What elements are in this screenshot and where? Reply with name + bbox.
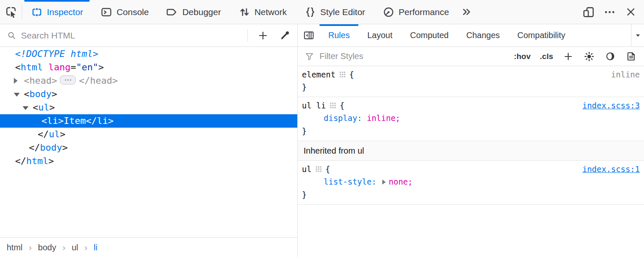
tab-label: Debugger bbox=[182, 7, 221, 17]
rule-selector-line: ul li{index.scss:3 bbox=[298, 99, 644, 112]
breadcrumb-item-body[interactable]: body bbox=[38, 243, 56, 252]
close-button[interactable] bbox=[622, 4, 639, 21]
code-token: </ bbox=[86, 116, 97, 126]
breadcrumb-item-ul[interactable]: ul bbox=[72, 243, 78, 252]
dark-mode-simulation-button[interactable] bbox=[603, 49, 617, 64]
tab-network[interactable]: Network bbox=[232, 0, 294, 24]
markup-node-row[interactable]: <head>⋯</head> bbox=[0, 74, 297, 87]
add-node-icon bbox=[257, 30, 269, 41]
add-rule-button[interactable] bbox=[561, 49, 575, 64]
add-rule-icon bbox=[563, 51, 574, 62]
declaration-property[interactable]: list-style: bbox=[324, 177, 376, 186]
markup-node-row[interactable]: <li>Item</li> bbox=[0, 114, 297, 128]
tab-style-editor[interactable]: Style Editor bbox=[298, 0, 372, 24]
eyedropper-icon bbox=[279, 30, 290, 41]
css-rules-list: element{inline}ul li{index.scss:3display… bbox=[298, 66, 644, 257]
shorthand-expander-icon[interactable] bbox=[382, 180, 386, 185]
close-icon bbox=[625, 6, 636, 18]
expand-twisty-icon[interactable] bbox=[14, 78, 18, 84]
pseudo-class-panel-button[interactable]: :hov bbox=[513, 52, 532, 61]
sidebar-tab-compatibility[interactable]: Compatibility bbox=[509, 24, 574, 46]
code-token: body bbox=[29, 89, 52, 99]
performance-icon bbox=[383, 6, 394, 18]
rule-close-line: } bbox=[298, 188, 644, 201]
breadcrumb-item-li[interactable]: li bbox=[94, 243, 98, 252]
filter-icon bbox=[304, 51, 314, 62]
close-brace: } bbox=[302, 81, 307, 93]
stylesheet-source-link[interactable]: index.scss:3 bbox=[574, 99, 640, 112]
rules-filter-bar: :hov.cls bbox=[298, 47, 644, 66]
markup-node-row[interactable]: <!DOCTYPE html> bbox=[0, 47, 297, 61]
inspector-icon bbox=[31, 6, 43, 18]
sidebar-tab-changes[interactable]: Changes bbox=[457, 24, 508, 46]
responsive-design-button[interactable] bbox=[580, 4, 597, 21]
markup-node-row[interactable]: </html> bbox=[0, 154, 297, 168]
tab-label: Console bbox=[116, 7, 149, 17]
class-panel-button[interactable]: .cls bbox=[538, 52, 554, 61]
css-rule: element{inline} bbox=[298, 66, 644, 97]
code-token: > bbox=[62, 142, 67, 153]
sidebar-tab-computed[interactable]: Computed bbox=[401, 24, 457, 46]
markup-node-row[interactable]: </ul> bbox=[0, 128, 297, 141]
rule-selector[interactable]: element bbox=[302, 68, 335, 81]
css-rule: ul{index.scss:1list-style: none;} bbox=[298, 161, 644, 205]
menu-button[interactable] bbox=[601, 4, 618, 21]
markup-node-row[interactable]: <ul> bbox=[0, 101, 297, 114]
eyedropper-button[interactable] bbox=[274, 27, 296, 44]
tab-performance[interactable]: Performance bbox=[376, 0, 456, 24]
code-token: = bbox=[70, 62, 76, 72]
rules-panel: RulesLayoutComputedChangesCompatibility … bbox=[298, 24, 644, 257]
tab-debugger[interactable]: Debugger bbox=[160, 0, 227, 24]
sidebar-tabs-dropdown-button[interactable] bbox=[631, 24, 644, 46]
sidebar-tab-rules[interactable]: Rules bbox=[319, 24, 358, 46]
css-declaration[interactable]: list-style: none; bbox=[298, 175, 644, 188]
tab-label: Inspector bbox=[47, 7, 83, 17]
code-token: lang bbox=[48, 62, 70, 72]
devtools-main: <!DOCTYPE html><html lang="en"><head>⋯</… bbox=[0, 24, 644, 257]
print-simulation-button[interactable] bbox=[624, 49, 638, 64]
filter-styles-input[interactable] bbox=[319, 51, 507, 61]
breadcrumb-item-html[interactable]: html bbox=[7, 243, 23, 252]
pane-toggle-button[interactable] bbox=[298, 24, 319, 46]
rule-selector[interactable]: ul li bbox=[302, 99, 326, 112]
declaration-property[interactable]: display: bbox=[324, 113, 362, 123]
devtools-toolbar: InspectorConsoleDebuggerNetworkStyle Edi… bbox=[0, 0, 644, 24]
collapse-twisty-icon[interactable] bbox=[14, 93, 20, 97]
declaration-value[interactable]: inline; bbox=[367, 113, 400, 123]
sidebar-tab-bar: RulesLayoutComputedChangesCompatibility bbox=[298, 24, 644, 47]
sidebar-tab-layout[interactable]: Layout bbox=[358, 24, 401, 46]
add-node-button[interactable] bbox=[252, 27, 274, 44]
style-editor-icon bbox=[304, 6, 316, 18]
breadcrumb-separator-icon: › bbox=[62, 242, 65, 252]
breadcrumb: html›body›ul›li bbox=[0, 237, 297, 257]
light-mode-simulation-button[interactable] bbox=[582, 49, 596, 64]
chevron-double-right-icon bbox=[461, 6, 472, 18]
open-brace: { bbox=[340, 99, 344, 112]
collapse-twisty-icon[interactable] bbox=[23, 106, 28, 110]
more-tabs-button[interactable] bbox=[458, 0, 476, 24]
markup-node-row[interactable]: <body> bbox=[0, 87, 297, 101]
code-token: > bbox=[52, 89, 57, 99]
tab-console[interactable]: Console bbox=[94, 0, 155, 24]
css-declaration[interactable]: display: inline; bbox=[298, 112, 644, 125]
rules-toolbar-buttons: :hov.cls bbox=[513, 49, 638, 64]
code-token: > bbox=[58, 116, 64, 126]
rule-close-line: } bbox=[298, 81, 644, 93]
tab-inspector[interactable]: Inspector bbox=[24, 0, 90, 24]
sidebar-tabs: RulesLayoutComputedChangesCompatibility bbox=[319, 24, 574, 46]
search-html-input[interactable] bbox=[21, 31, 243, 41]
toolbar-right-buttons bbox=[580, 0, 644, 24]
declaration-value[interactable]: none; bbox=[389, 177, 412, 186]
close-brace: } bbox=[302, 125, 307, 137]
rule-selector[interactable]: ul bbox=[302, 163, 312, 175]
collapsed-children-badge[interactable]: ⋯ bbox=[60, 75, 76, 85]
open-brace: { bbox=[325, 163, 330, 175]
stylesheet-source-link[interactable]: index.scss:1 bbox=[574, 163, 640, 175]
markup-node-row[interactable]: <html lang="en"> bbox=[0, 61, 297, 74]
code-token bbox=[43, 62, 48, 72]
node-picker-button[interactable] bbox=[0, 0, 22, 24]
inherited-from-header: Inherited from ul bbox=[298, 141, 644, 161]
markup-node-row[interactable]: </body> bbox=[0, 141, 297, 154]
light-mode-icon bbox=[583, 51, 595, 62]
code-token: </ bbox=[15, 156, 26, 166]
